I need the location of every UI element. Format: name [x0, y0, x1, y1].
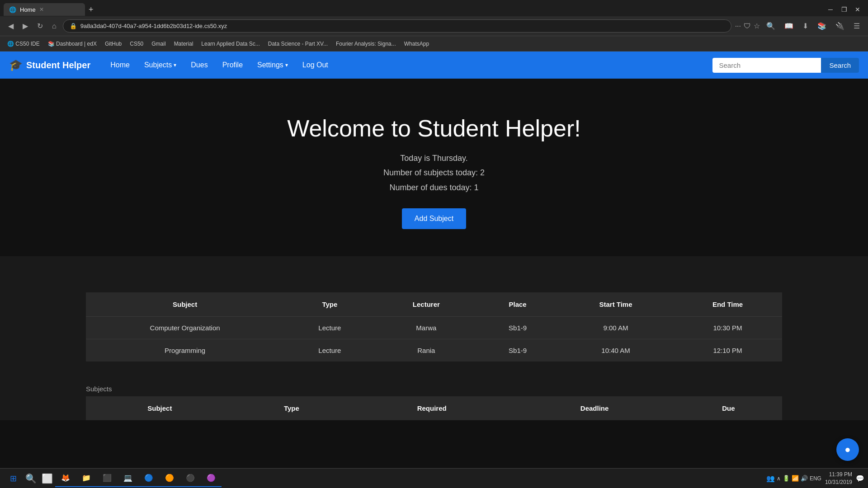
table-section: Subject Type Lecturer Place Start Time E…	[0, 292, 868, 380]
col-subject: Subject	[86, 292, 284, 317]
bookmark-material[interactable]: Material	[171, 40, 196, 48]
lock-icon: 🔒	[70, 23, 77, 29]
volume-icon[interactable]: 🔊	[801, 475, 808, 482]
more-options-icon[interactable]: ···	[735, 22, 741, 30]
bookmark-cs50[interactable]: CS50	[127, 40, 146, 48]
fab-icon: ●	[844, 444, 850, 455]
url-text: 9a8a3da0-407d-40a7-a954-1dd6b2b03d12-ide…	[80, 23, 725, 29]
app5-taskbar[interactable]: 🔵	[138, 470, 159, 487]
firefox-taskbar-app[interactable]: 🦊	[55, 470, 76, 487]
bookmark-whatsapp[interactable]: WhatsApp	[401, 40, 432, 48]
vscode-taskbar-app[interactable]: 💻	[118, 470, 138, 487]
cell-end-time: 10:30 PM	[673, 317, 782, 339]
window-controls: ─ ❒ ✕	[824, 3, 864, 16]
taskbar-right: 👥 ∧ 🔋 📶 🔊 ENG 11:39 PM 10/31/2019 💬	[766, 471, 864, 486]
schedule-table: Subject Type Lecturer Place Start Time E…	[86, 292, 782, 361]
cell-type: Lecture	[284, 339, 375, 362]
notification-icon[interactable]: 💬	[856, 474, 864, 483]
terminal-taskbar-app[interactable]: ⬛	[97, 470, 118, 487]
nav-logout[interactable]: Log Out	[296, 57, 335, 73]
tab-bar: 🌐 Home ✕ + ─ ❒ ✕	[0, 0, 868, 16]
search-icon[interactable]: 🔍	[764, 20, 778, 32]
app8-taskbar[interactable]: 🟣	[201, 470, 222, 487]
minimize-button[interactable]: ─	[824, 3, 837, 16]
dues-col-required: Required	[349, 396, 514, 420]
cell-start-time: 10:40 AM	[558, 339, 673, 362]
nav-subjects[interactable]: Subjects ▾	[138, 57, 183, 73]
col-start-time: Start Time	[558, 292, 673, 317]
taskbar-system-icons: 👥 ∧ 🔋 📶 🔊 ENG	[766, 474, 821, 483]
content-divider	[0, 256, 868, 292]
forward-button[interactable]: ▶	[20, 20, 31, 32]
tab-title: Home	[20, 6, 36, 13]
app7-taskbar[interactable]: ⚫	[180, 470, 201, 487]
brand-icon: 🎓	[9, 59, 23, 71]
task-view-icon[interactable]: ⬜	[39, 470, 55, 487]
settings-dropdown-arrow: ▾	[285, 62, 288, 68]
close-button[interactable]: ✕	[851, 3, 864, 16]
fab-button[interactable]: ●	[836, 438, 859, 461]
caret-icon[interactable]: ∧	[777, 475, 781, 482]
col-type: Type	[284, 292, 375, 317]
bookmark-fourier[interactable]: Fourier Analysis: Signa...	[333, 40, 399, 48]
dues-table-section: Subject Type Required Deadline Due	[0, 396, 868, 420]
new-tab-button[interactable]: +	[85, 3, 97, 16]
table-row: Programming Lecture Rania Sb1-9 10:40 AM…	[86, 339, 782, 362]
dues-col-deadline: Deadline	[514, 396, 675, 420]
reader-mode-icon[interactable]: 📖	[782, 20, 796, 32]
app-navbar: 🎓 Student Helper Home Subjects ▾ Dues Pr…	[0, 52, 868, 79]
home-button[interactable]: ⌂	[49, 20, 59, 32]
bookmark-gmail[interactable]: Gmail	[149, 40, 168, 48]
reload-button[interactable]: ↻	[34, 20, 46, 32]
cell-end-time: 12:10 PM	[673, 339, 782, 362]
cell-lecturer: Rania	[376, 339, 477, 362]
bookmark-applied-data-sc[interactable]: Learn Applied Data Sc...	[198, 40, 262, 48]
dues-col-type: Type	[234, 396, 349, 420]
bookmark-github[interactable]: GitHub	[102, 40, 124, 48]
cell-type: Lecture	[284, 317, 375, 339]
nav-dues[interactable]: Dues	[184, 57, 214, 73]
bookmark-edx[interactable]: 📚 Dashboard | edX	[45, 40, 99, 48]
search-button[interactable]: Search	[821, 58, 859, 73]
hero-day: Today is Thursday.	[9, 151, 859, 165]
active-tab[interactable]: 🌐 Home ✕	[4, 3, 85, 16]
restore-button[interactable]: ❒	[837, 3, 851, 16]
add-subject-button[interactable]: Add Subject	[402, 208, 466, 229]
bookmark-cs50ide[interactable]: 🌐 CS50 IDE	[5, 40, 42, 48]
search-input[interactable]	[712, 58, 821, 73]
back-button[interactable]: ◀	[5, 20, 16, 32]
people-icon[interactable]: 👥	[766, 474, 775, 483]
hero-section: Welcome to Student Helper! Today is Thur…	[0, 79, 868, 256]
table-header-row: Subject Type Lecturer Place Start Time E…	[86, 292, 782, 317]
address-icons: ··· 🛡 ☆	[735, 22, 760, 30]
menu-icon[interactable]: ☰	[851, 20, 863, 32]
nav-profile[interactable]: Profile	[216, 57, 249, 73]
table-row: Computer Organization Lecture Marwa Sb1-…	[86, 317, 782, 339]
nav-settings[interactable]: Settings ▾	[251, 57, 294, 73]
search-taskbar-icon[interactable]: 🔍	[23, 470, 39, 487]
download-icon[interactable]: ⬇	[800, 20, 811, 32]
lang-label: ENG	[810, 475, 821, 482]
bookmark-data-science[interactable]: Data Science - Part XV...	[265, 40, 330, 48]
nav-home[interactable]: Home	[104, 57, 136, 73]
cell-lecturer: Marwa	[376, 317, 477, 339]
extensions-icon[interactable]: 🔌	[833, 20, 847, 32]
browser-chrome: 🌐 Home ✕ + ─ ❒ ✕ ◀ ▶ ↻ ⌂ 🔒 9a8a3da0-407d…	[0, 0, 868, 52]
wifi-icon: 📶	[792, 475, 799, 482]
subjects-section-label: Subjects	[0, 380, 868, 396]
dues-col-subject: Subject	[86, 396, 234, 420]
taskbar-time-display: 11:39 PM	[825, 471, 852, 479]
dues-table: Subject Type Required Deadline Due	[86, 396, 782, 420]
url-bar[interactable]: 🔒 9a8a3da0-407d-40a7-a954-1dd6b2b03d12-i…	[63, 19, 731, 33]
col-lecturer: Lecturer	[376, 292, 477, 317]
bookmark-star-icon[interactable]: ☆	[754, 22, 760, 30]
start-button[interactable]: ⊞	[4, 470, 23, 487]
tab-favicon: 🌐	[9, 6, 16, 13]
col-end-time: End Time	[673, 292, 782, 317]
shield-icon: 🛡	[744, 22, 751, 30]
explorer-taskbar-app[interactable]: 📁	[76, 470, 97, 487]
library-icon[interactable]: 📚	[815, 20, 829, 32]
tab-close-button[interactable]: ✕	[39, 6, 44, 13]
cell-subject: Computer Organization	[86, 317, 284, 339]
app6-taskbar[interactable]: 🟠	[159, 470, 180, 487]
